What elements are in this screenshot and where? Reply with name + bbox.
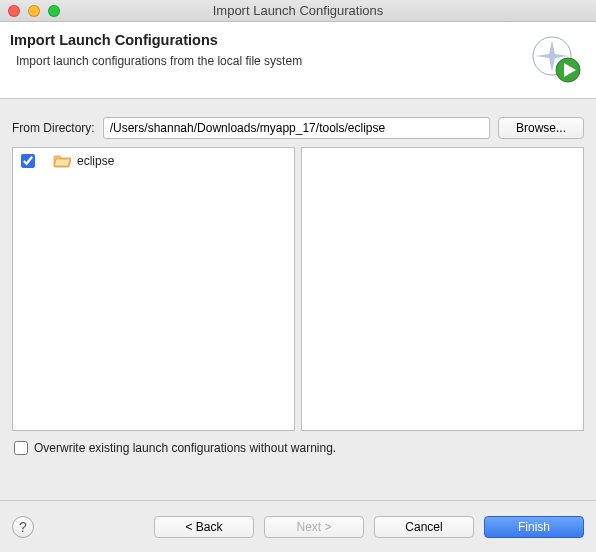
- overwrite-option-row: Overwrite existing launch configurations…: [0, 431, 596, 463]
- from-directory-input[interactable]: [103, 117, 490, 139]
- file-list-panel[interactable]: [301, 147, 584, 431]
- cancel-button[interactable]: Cancel: [374, 516, 474, 538]
- selection-panels: eclipse: [0, 147, 596, 431]
- tree-item-checkbox[interactable]: [21, 154, 35, 168]
- next-button: Next >: [264, 516, 364, 538]
- titlebar: Import Launch Configurations: [0, 0, 596, 22]
- browse-button[interactable]: Browse...: [498, 117, 584, 139]
- tree-item[interactable]: eclipse: [13, 148, 294, 172]
- help-button[interactable]: ?: [12, 516, 34, 538]
- from-directory-row: From Directory: Browse...: [0, 99, 596, 147]
- overwrite-checkbox[interactable]: [14, 441, 28, 455]
- wizard-header: Import Launch Configurations Import laun…: [0, 22, 596, 99]
- back-button[interactable]: < Back: [154, 516, 254, 538]
- help-icon: ?: [19, 519, 27, 535]
- folder-open-icon: [53, 154, 71, 168]
- page-title: Import Launch Configurations: [10, 32, 302, 48]
- window-title: Import Launch Configurations: [0, 3, 596, 18]
- overwrite-label: Overwrite existing launch configurations…: [34, 441, 336, 455]
- from-directory-label: From Directory:: [12, 121, 95, 135]
- launch-wizard-icon: [526, 32, 582, 84]
- wizard-footer: ? < Back Next > Cancel Finish: [0, 500, 596, 552]
- finish-button[interactable]: Finish: [484, 516, 584, 538]
- tree-item-label: eclipse: [77, 154, 114, 168]
- folder-tree-panel[interactable]: eclipse: [12, 147, 295, 431]
- page-subtitle: Import launch configurations from the lo…: [10, 54, 302, 68]
